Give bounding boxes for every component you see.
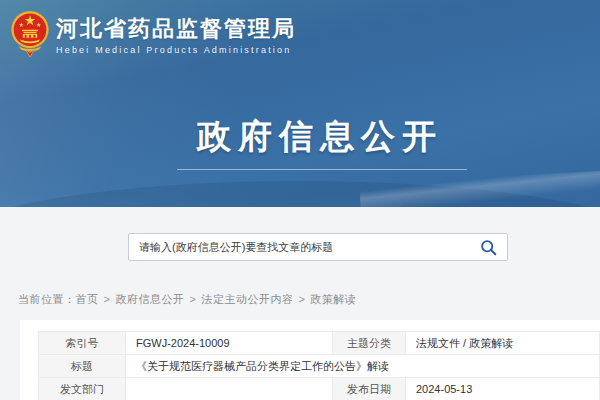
page: 河北省药品监督管理局 Hebei Medical Products Admini… [0,0,600,400]
breadcrumb-statutory-content[interactable]: 法定主动公开内容 [201,293,293,305]
hero-wave-decoration [0,181,600,207]
search-button[interactable] [480,239,497,256]
breadcrumb-label: 当前位置： [18,293,76,305]
breadcrumb-separator: > [298,293,305,305]
issuing-department-label: 发文部门 [39,378,126,400]
table-row: 发文部门 发布日期 2024-05-13 [39,378,600,400]
search-icon [480,239,497,256]
index-number-label: 索引号 [39,332,126,355]
site-name-en: Hebei Medical Products Administration [56,45,296,55]
breadcrumb-separator: > [189,293,196,305]
document-meta-table: 索引号 FGWJ-2024-10009 主题分类 法规文件 / 政策解读 标题 … [38,331,600,400]
title-underline [177,169,467,170]
document-title-link[interactable]: 《关于规范医疗器械产品分类界定工作的公告》解读 [136,360,389,372]
breadcrumb-gov-info[interactable]: 政府信息公开 [115,293,184,305]
publish-date-value: 2024-05-13 [406,378,600,400]
table-row: 标题 《关于规范医疗器械产品分类界定工作的公告》解读 [39,355,600,378]
hero-banner: 河北省药品监督管理局 Hebei Medical Products Admini… [0,0,600,207]
page-title: 政府信息公开 [197,114,443,160]
title-value-cell: 《关于规范医疗器械产品分类界定工作的公告》解读 [126,355,600,378]
site-logo[interactable]: 河北省药品监督管理局 Hebei Medical Products Admini… [11,10,296,57]
topic-category-value: 法规文件 / 政策解读 [406,332,600,355]
topic-category-label: 主题分类 [333,332,406,355]
index-number-value: FGWJ-2024-10009 [126,332,333,355]
breadcrumb-policy-interpretation[interactable]: 政策解读 [310,293,356,305]
search-input[interactable] [129,234,507,260]
breadcrumb-home[interactable]: 首页 [76,293,99,305]
breadcrumb-separator: > [104,293,111,305]
search-box [128,233,508,261]
site-name: 河北省药品监督管理局 [56,16,296,41]
table-row: 索引号 FGWJ-2024-10009 主题分类 法规文件 / 政策解读 [39,332,600,355]
breadcrumb: 当前位置：首页>政府信息公开>法定主动公开内容>政策解读 [18,292,356,307]
brand-text: 河北省药品监督管理局 Hebei Medical Products Admini… [56,10,296,55]
document-card: 索引号 FGWJ-2024-10009 主题分类 法规文件 / 政策解读 标题 … [20,320,600,400]
publish-date-label: 发布日期 [333,378,406,400]
title-label: 标题 [39,355,126,378]
issuing-department-value [126,378,333,400]
national-emblem-icon [11,10,49,57]
